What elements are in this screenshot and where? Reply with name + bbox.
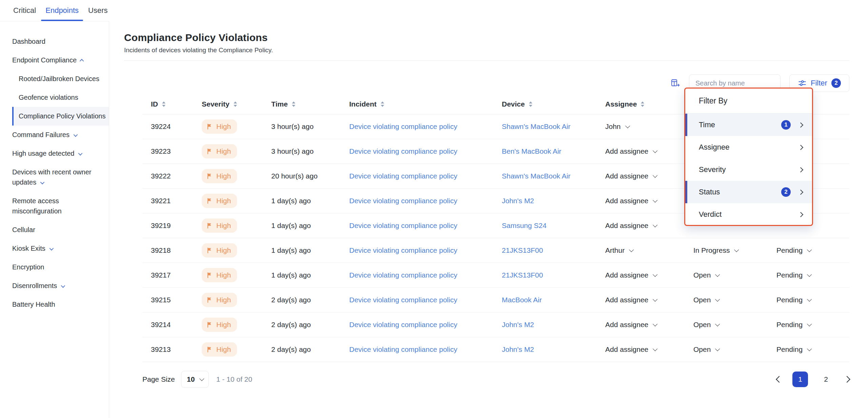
chevron-down-icon	[715, 297, 720, 302]
device-cell: Shawn's MacBook Air	[493, 122, 597, 131]
verdict-dropdown[interactable]: Pending	[776, 321, 810, 329]
time-cell: 2 day(s) ago	[263, 296, 341, 304]
verdict-dropdown[interactable]: Pending	[776, 271, 810, 279]
assignee-dropdown[interactable]: Add assignee	[605, 197, 656, 205]
status-dropdown[interactable]: Open	[693, 271, 718, 279]
status-dropdown[interactable]: Open	[693, 345, 718, 354]
assignee-dropdown[interactable]: Add assignee	[605, 147, 656, 155]
sidebar-item[interactable]: Encryption	[12, 258, 109, 277]
primary-tab[interactable]: Endpoints	[41, 0, 83, 21]
page-number-button[interactable]: 2	[818, 372, 834, 387]
sidebar-item[interactable]: High usage detected	[12, 144, 109, 163]
table-row: 39213 High 2 day(s) ago	[142, 337, 849, 362]
table-row: 39217 High 1 day(s) ago	[142, 263, 849, 288]
column-header-incident[interactable]: Incident	[341, 100, 493, 108]
column-header-device[interactable]: Device	[493, 100, 597, 108]
assignee-dropdown[interactable]: Add assignee	[605, 271, 656, 279]
device-link[interactable]: 21JKS13F00	[502, 246, 543, 254]
primary-tab[interactable]: Critical	[9, 0, 40, 21]
sidebar-item[interactable]: Rooted/Jailbroken Devices	[12, 70, 109, 88]
sidebar-item[interactable]: Devices with recent owner updates	[12, 163, 109, 192]
filter-panel-item[interactable]: Assignee	[685, 136, 812, 158]
assignee-dropdown[interactable]: Add assignee	[605, 296, 656, 304]
sidebar-item[interactable]: Kiosk Exits	[12, 239, 109, 258]
device-link[interactable]: John's M2	[502, 321, 534, 328]
column-header-assignee[interactable]: Assignee	[597, 100, 685, 108]
status-dropdown[interactable]: Open	[693, 321, 718, 329]
sidebar-item[interactable]: Endpoint Compliance	[12, 51, 109, 70]
sidebar-item[interactable]: Disenrollments	[12, 277, 109, 295]
filter-panel-item[interactable]: Time 1	[685, 114, 812, 136]
verdict-dropdown[interactable]: Pending	[776, 345, 810, 354]
page-number-button[interactable]: 1	[792, 372, 808, 387]
chevron-down-icon	[653, 272, 657, 277]
device-link[interactable]: John's M2	[502, 345, 534, 353]
sidebar-item[interactable]: Cellular	[12, 221, 109, 239]
chevron-down-icon	[807, 346, 812, 351]
device-cell: Samsung S24	[493, 222, 597, 230]
sidebar-item[interactable]: Command Failures	[12, 126, 109, 144]
incident-link[interactable]: Device violating compliance policy	[349, 271, 457, 279]
device-link[interactable]: Shawn's MacBook Air	[502, 122, 570, 130]
sidebar-item[interactable]: Battery Health	[12, 295, 109, 314]
incident-cell: Device violating compliance policy	[341, 122, 493, 131]
assignee-dropdown[interactable]: John	[605, 122, 629, 131]
filter-panel-item[interactable]: Verdict	[685, 203, 812, 226]
status-dropdown[interactable]: Open	[693, 296, 718, 304]
sidebar-item[interactable]: Dashboard	[12, 32, 109, 51]
incident-link[interactable]: Device violating compliance policy	[349, 172, 457, 180]
incident-link[interactable]: Device violating compliance policy	[349, 197, 457, 205]
manage-columns-icon[interactable]	[670, 78, 680, 88]
device-link[interactable]: Shawn's MacBook Air	[502, 172, 570, 180]
column-header-id[interactable]: ID	[142, 100, 193, 108]
filter-panel-item[interactable]: Status 2	[685, 181, 812, 203]
incident-link[interactable]: Device violating compliance policy	[349, 296, 457, 304]
incident-link[interactable]: Device violating compliance policy	[349, 345, 457, 353]
device-link[interactable]: 21JKS13F00	[502, 271, 543, 279]
assignee-dropdown[interactable]: Add assignee	[605, 222, 656, 230]
chevron-right-icon	[798, 189, 804, 195]
assignee-cell: John	[597, 122, 685, 131]
column-header-severity[interactable]: Severity	[193, 100, 263, 108]
sidebar-item-label: Rooted/Jailbroken Devices	[19, 75, 99, 82]
chevron-icon	[80, 59, 84, 63]
status-dropdown[interactable]: In Progress	[693, 246, 737, 254]
assignee-dropdown[interactable]: Add assignee	[605, 345, 656, 354]
sidebar-item[interactable]: Remote access misconfiguration	[12, 192, 109, 221]
assignee-cell: Arthur	[597, 246, 685, 254]
chevron-down-icon	[653, 346, 657, 351]
assignee-dropdown[interactable]: Add assignee	[605, 172, 656, 180]
assignee-cell: Add assignee	[597, 222, 685, 230]
search-input[interactable]	[695, 79, 774, 87]
severity-badge: High	[202, 268, 237, 282]
severity-cell: High	[193, 318, 263, 332]
next-page-button[interactable]	[844, 376, 850, 383]
incident-cell: Device violating compliance policy	[341, 271, 493, 279]
chevron-down-icon	[734, 247, 739, 252]
page-size-select[interactable]: 10	[181, 371, 209, 388]
severity-badge: High	[202, 243, 237, 258]
chevron-down-icon	[625, 124, 630, 128]
verdict-dropdown[interactable]: Pending	[776, 246, 810, 254]
incident-link[interactable]: Device violating compliance policy	[349, 147, 457, 155]
violation-id: 39224	[142, 122, 193, 131]
verdict-dropdown[interactable]: Pending	[776, 296, 810, 304]
primary-tab[interactable]: Users	[84, 0, 112, 21]
column-header-time[interactable]: Time	[263, 100, 341, 108]
device-link[interactable]: Samsung S24	[502, 222, 547, 229]
incident-link[interactable]: Device violating compliance policy	[349, 321, 457, 328]
chevron-icon	[78, 151, 83, 156]
sidebar-item[interactable]: Geofence violations	[12, 88, 109, 107]
sidebar-item[interactable]: Compliance Policy Violations	[12, 107, 109, 126]
previous-page-button[interactable]	[776, 376, 783, 383]
incident-link[interactable]: Device violating compliance policy	[349, 122, 457, 130]
incident-link[interactable]: Device violating compliance policy	[349, 222, 457, 229]
device-link[interactable]: John's M2	[502, 197, 534, 205]
assignee-dropdown[interactable]: Arthur	[605, 246, 632, 254]
incident-link[interactable]: Device violating compliance policy	[349, 246, 457, 254]
assignee-dropdown[interactable]: Add assignee	[605, 321, 656, 329]
device-link[interactable]: MacBook Air	[502, 296, 542, 304]
filter-panel-item[interactable]: Severity	[685, 158, 812, 181]
device-link[interactable]: Ben's MacBook Air	[502, 147, 561, 155]
verdict-cell: Pending	[768, 345, 849, 354]
